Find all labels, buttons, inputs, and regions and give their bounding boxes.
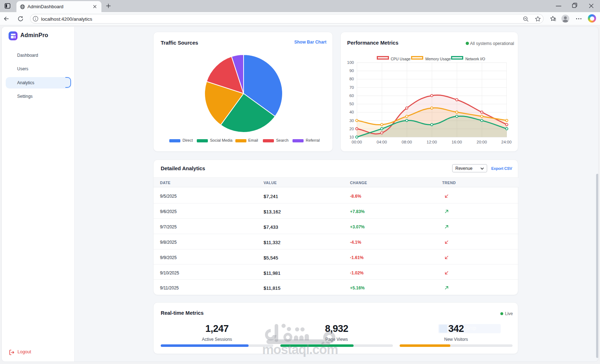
svg-text:90: 90 [349,69,354,73]
svg-text:80: 80 [349,77,354,81]
svg-text:10: 10 [349,135,354,139]
svg-text:20: 20 [349,127,354,131]
svg-text:08:00: 08:00 [402,140,412,144]
svg-text:70: 70 [349,85,354,90]
svg-text:00:00: 00:00 [352,140,362,144]
svg-text:60: 60 [349,93,354,98]
svg-text:50: 50 [349,102,354,106]
svg-text:04:00: 04:00 [377,140,387,144]
svg-text:40: 40 [349,110,354,114]
svg-text:20:00: 20:00 [477,140,487,144]
svg-text:12:00: 12:00 [427,140,437,144]
svg-text:16:00: 16:00 [452,140,462,144]
svg-text:100: 100 [347,60,354,65]
svg-text:24:00: 24:00 [501,140,512,144]
svg-text:30: 30 [349,118,354,123]
